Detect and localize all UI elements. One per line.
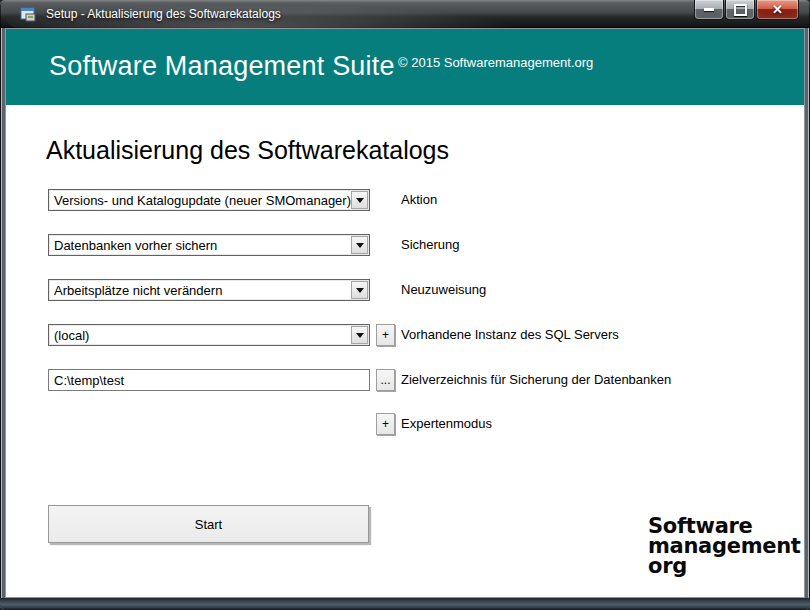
brand-title: Software Management Suite bbox=[49, 51, 395, 82]
maximize-icon bbox=[734, 4, 747, 16]
form-row-sql-instanz: (local) + Vorhandene Instanz des SQL Ser… bbox=[5, 324, 805, 346]
reassign-label: Neuzuweisung bbox=[401, 279, 486, 301]
window-bottom-frame bbox=[0, 598, 810, 610]
title-bar[interactable]: Setup - Aktualisierung des Softwarekatal… bbox=[0, 0, 810, 28]
backup-combo-value: Datenbanken vorher sichern bbox=[49, 238, 217, 253]
copyright-text: © 2015 Softwaremanagement.org bbox=[398, 55, 593, 70]
logo-line: management bbox=[648, 536, 801, 556]
close-icon: ✕ bbox=[772, 3, 783, 16]
action-combo-value: Versions- und Katalogupdate (neuer SMOma… bbox=[49, 193, 351, 208]
sql-instance-label: Vorhandene Instanz des SQL Servers bbox=[401, 324, 619, 346]
expert-mode-label: Expertenmodus bbox=[401, 413, 492, 435]
reassign-combo-value: Arbeitsplätze nicht verändern bbox=[49, 283, 222, 298]
backup-target-label: Zielverzeichnis für Sicherung der Datenb… bbox=[401, 369, 671, 391]
form-row-expertenmodus: + Expertenmodus bbox=[5, 413, 805, 435]
backup-label: Sicherung bbox=[401, 234, 460, 256]
sql-instance-add-button[interactable]: + bbox=[376, 324, 395, 346]
action-label: Aktion bbox=[401, 189, 437, 211]
reassign-combo[interactable]: Arbeitsplätze nicht verändern bbox=[48, 279, 370, 301]
form-row-aktion: Versions- und Katalogupdate (neuer SMOma… bbox=[5, 189, 805, 211]
app-logo: Software management org bbox=[648, 516, 801, 576]
chevron-down-icon[interactable] bbox=[351, 236, 368, 254]
maximize-button[interactable] bbox=[725, 0, 755, 20]
page-title: Aktualisierung des Softwarekatalogs bbox=[46, 136, 449, 165]
window-title: Setup - Aktualisierung des Softwarekatal… bbox=[46, 7, 281, 21]
chevron-down-icon[interactable] bbox=[351, 326, 368, 344]
window-controls: ✕ bbox=[694, 0, 799, 20]
window-content: Software Management Suite © 2015 Softwar… bbox=[5, 28, 805, 598]
minimize-icon bbox=[704, 8, 714, 11]
backup-target-input[interactable] bbox=[48, 369, 370, 391]
minimize-button[interactable] bbox=[694, 0, 724, 20]
setup-icon bbox=[20, 6, 37, 23]
action-combo[interactable]: Versions- und Katalogupdate (neuer SMOma… bbox=[48, 189, 370, 211]
browse-button[interactable]: ... bbox=[376, 369, 395, 391]
form-row-neuzuweisung: Arbeitsplätze nicht verändern Neuzuweisu… bbox=[5, 279, 805, 301]
logo-line: Software bbox=[648, 516, 801, 536]
setup-window: Software Management Suite © 2015 Softwar… bbox=[0, 0, 810, 610]
backup-combo[interactable]: Datenbanken vorher sichern bbox=[48, 234, 370, 256]
sql-instance-combo[interactable]: (local) bbox=[48, 324, 370, 346]
chevron-down-icon[interactable] bbox=[351, 281, 368, 299]
app-header: Software Management Suite © 2015 Softwar… bbox=[6, 29, 804, 105]
expert-mode-toggle-button[interactable]: + bbox=[376, 413, 395, 435]
logo-line: org bbox=[648, 556, 801, 576]
form-row-sicherung: Datenbanken vorher sichern Sicherung bbox=[5, 234, 805, 256]
start-button[interactable]: Start bbox=[48, 505, 369, 543]
chevron-down-icon[interactable] bbox=[351, 191, 368, 209]
sql-instance-combo-value: (local) bbox=[49, 328, 89, 343]
close-button[interactable]: ✕ bbox=[756, 0, 799, 20]
form-row-zielverzeichnis: ... Zielverzeichnis für Sicherung der Da… bbox=[5, 369, 805, 391]
